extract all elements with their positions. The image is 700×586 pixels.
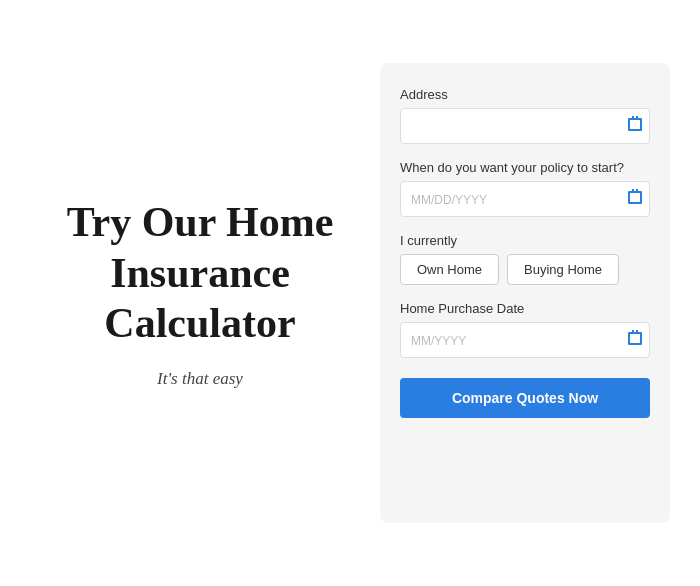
main-title: Try Our Home Insurance Calculator	[67, 197, 334, 348]
policy-start-input-wrapper	[400, 181, 650, 217]
buying-home-button[interactable]: Buying Home	[507, 254, 619, 285]
policy-start-input[interactable]	[400, 181, 650, 217]
own-home-button[interactable]: Own Home	[400, 254, 499, 285]
address-label: Address	[400, 87, 650, 102]
policy-start-group: When do you want your policy to start?	[400, 160, 650, 217]
address-input[interactable]	[400, 108, 650, 144]
left-section: Try Our Home Insurance Calculator It's t…	[0, 157, 380, 428]
subtitle: It's that easy	[157, 369, 243, 389]
compare-quotes-button[interactable]: Compare Quotes Now	[400, 378, 650, 418]
policy-start-label: When do you want your policy to start?	[400, 160, 650, 175]
currently-group: I currently Own Home Buying Home	[400, 233, 650, 285]
purchase-date-input-wrapper	[400, 322, 650, 358]
purchase-date-label: Home Purchase Date	[400, 301, 650, 316]
ownership-toggle-group: Own Home Buying Home	[400, 254, 650, 285]
calculator-form: Address When do you want your policy to …	[380, 63, 670, 523]
purchase-date-group: Home Purchase Date	[400, 301, 650, 358]
address-group: Address	[400, 87, 650, 144]
purchase-date-input[interactable]	[400, 322, 650, 358]
address-input-wrapper	[400, 108, 650, 144]
currently-label: I currently	[400, 233, 650, 248]
